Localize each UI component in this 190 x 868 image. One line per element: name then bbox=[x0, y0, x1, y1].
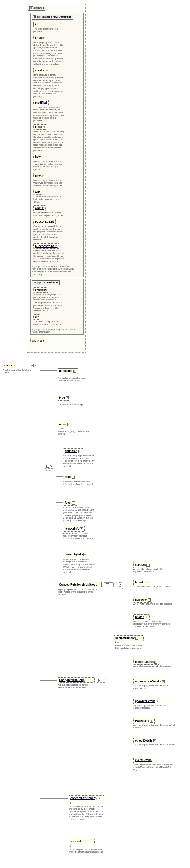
cep-card: 0..∞ bbox=[70, 802, 74, 804]
choice-card: 0..∞ bbox=[46, 469, 50, 471]
edg-title: EntityDetailsGroup bbox=[59, 679, 85, 682]
node-name: name + bbox=[58, 422, 72, 427]
cpa-desc: A group of attributes for all elements o… bbox=[32, 265, 77, 276]
node-definition: definition + bbox=[63, 448, 83, 454]
connector bbox=[40, 370, 57, 371]
plus-icon[interactable]: + bbox=[73, 370, 76, 373]
plus-icon[interactable]: + bbox=[148, 598, 151, 601]
edg-choice[interactable]: − ⌥ bbox=[97, 678, 106, 683]
plus-icon[interactable]: + bbox=[150, 720, 153, 723]
plus-icon[interactable]: + bbox=[146, 581, 149, 584]
plus-icon[interactable]: + bbox=[147, 564, 150, 567]
card: 1..∞ bbox=[59, 427, 63, 430]
connector bbox=[55, 554, 63, 554]
group-edg: EntityDetailsGroup bbox=[58, 677, 94, 683]
attr-id: id bbox=[33, 22, 39, 27]
minus-icon: − bbox=[31, 364, 34, 367]
connector bbox=[40, 798, 68, 799]
node-personDetails: personDetails + bbox=[133, 659, 159, 665]
attr-modified: modified bbox=[33, 100, 48, 105]
hasinstrument-card: 0..∞ bbox=[115, 641, 119, 643]
i18n-label: i18nAttributes bbox=[42, 281, 59, 284]
plus-icon[interactable]: + bbox=[72, 501, 75, 504]
group-commonpower: ⊞grp commonPowerAttributes idThe local i… bbox=[30, 13, 84, 277]
hasinstrument-desc: Defines a financial instrument which is … bbox=[114, 644, 145, 649]
plus-icon[interactable]: + bbox=[66, 396, 69, 399]
connector bbox=[40, 424, 57, 424]
node-sameAs: sameAs + bbox=[133, 562, 151, 568]
crg-title: ConceptRelationshipsGroup bbox=[59, 583, 98, 586]
plus-icon[interactable]: + bbox=[83, 553, 86, 556]
plus-icon[interactable]: + bbox=[72, 475, 75, 479]
plus-icon[interactable]: + bbox=[78, 450, 81, 453]
connector bbox=[17, 365, 29, 365]
crg-desc: A group of properites required to indica… bbox=[58, 588, 98, 596]
attr-howuri: howuri bbox=[33, 173, 46, 179]
i18n-desc: A group of attributes for language and s… bbox=[32, 328, 77, 333]
plus-icon[interactable]: + bbox=[67, 423, 70, 426]
sequence-node[interactable]: − ⋯ bbox=[29, 363, 38, 368]
node-hierarchyInfo: hierarchyInfo + bbox=[63, 552, 88, 557]
grid-icon: ⊞ bbox=[30, 6, 33, 10]
connector bbox=[40, 397, 57, 398]
connector bbox=[55, 476, 63, 477]
ext-label: any ##other bbox=[70, 840, 84, 843]
node-note: note + bbox=[63, 474, 76, 480]
attr-pubconstraint: pubconstraint bbox=[33, 219, 55, 224]
attr-whyuri: whyuri bbox=[33, 206, 46, 211]
plus-icon[interactable]: + bbox=[152, 759, 155, 762]
node-any-other-ext: any ##other bbox=[69, 839, 94, 844]
concept-title: concept bbox=[4, 364, 15, 367]
attr-why: why bbox=[33, 189, 42, 194]
attributes-header: ⊞attributes bbox=[28, 6, 45, 11]
cep-desc: Extension Property: the semantics are de… bbox=[69, 805, 105, 820]
node-geoAreaDetails: geoAreaDetails + bbox=[133, 699, 161, 704]
plus-icon[interactable]: + bbox=[135, 637, 138, 640]
hasinstrument-title: hasInstrument bbox=[115, 637, 135, 640]
connector bbox=[40, 680, 57, 681]
connector bbox=[55, 502, 63, 503]
ext-card: 0..∞ bbox=[70, 845, 74, 847]
connector bbox=[55, 528, 63, 528]
attributes-container: ⊞attributes ⊞grp commonPowerAttributes i… bbox=[27, 4, 86, 353]
plus-icon[interactable]: + bbox=[162, 680, 165, 683]
crg-choice[interactable]: ⌥ bbox=[118, 582, 123, 587]
cpa-label: commonPowerAttributes bbox=[42, 16, 72, 18]
attr-how: how bbox=[33, 154, 42, 159]
grid-icon: ⊞ bbox=[33, 16, 36, 19]
node-eventDetails: eventDetails + bbox=[133, 757, 157, 763]
attr-creator: creator bbox=[33, 35, 46, 40]
group-i18n: ⊞grp i18nAttributes xml:langSpecifies th… bbox=[30, 279, 84, 335]
plus-icon[interactable]: + bbox=[145, 616, 148, 619]
cep-title: conceptExtProperty bbox=[70, 797, 97, 800]
plus-icon[interactable]: + bbox=[153, 739, 156, 742]
node-conceptextproperty: conceptExtProperty + bbox=[69, 796, 104, 801]
node-remoteInfo: remoteInfo + bbox=[63, 526, 85, 531]
crg-sequence[interactable]: − ⋯ bbox=[104, 582, 114, 587]
attr-dir: dir bbox=[33, 314, 40, 319]
group-crg: ConceptRelationshipsGroup bbox=[58, 582, 102, 587]
minus-icon: − bbox=[46, 465, 49, 468]
plus-icon[interactable]: + bbox=[156, 700, 159, 703]
node-type: type + bbox=[58, 395, 70, 401]
plus-icon[interactable]: + bbox=[98, 797, 101, 800]
concept-desc: A set of properties defining a concept bbox=[3, 369, 34, 374]
any-other-label: any ##other bbox=[32, 339, 45, 342]
plus-icon[interactable]: + bbox=[154, 660, 157, 664]
node-narrower: narrower + bbox=[133, 597, 152, 603]
node-conceptId: conceptId + bbox=[58, 368, 78, 374]
i18n-header: ⊞grp i18nAttributes bbox=[32, 280, 60, 285]
choice-node[interactable]: − ⌥ bbox=[45, 464, 54, 469]
plus-icon[interactable]: + bbox=[80, 527, 83, 530]
node-objectDetails: objectDetails + bbox=[133, 738, 158, 743]
any-other-attr: any ##other bbox=[30, 338, 47, 343]
node-POIDetails: POIDetails + bbox=[133, 718, 155, 724]
ext-desc: Extension point for provider-defined pro… bbox=[69, 848, 105, 853]
attr-creatoruri: creatoruri bbox=[33, 68, 50, 73]
node-broader: broader + bbox=[133, 580, 151, 585]
connector bbox=[40, 585, 57, 585]
node-concept: concept bbox=[3, 363, 17, 368]
connector bbox=[55, 451, 63, 451]
grid-icon: ⊞ bbox=[33, 281, 36, 284]
minus-icon: − bbox=[98, 679, 101, 682]
